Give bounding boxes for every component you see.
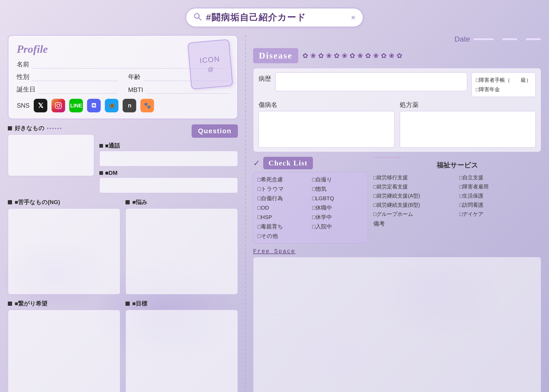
question-call-box[interactable] [99,151,238,166]
welfare-row-4: □就労継続支援(B型) □訪問看護 [373,201,541,209]
search-clear-button[interactable]: × [351,13,356,22]
sns-instagram-icon[interactable] [52,99,65,112]
favorites-header: 好きなもの [8,124,94,132]
question-call-item: ■通話 [99,142,238,166]
shobyo-section: 傷病名 [259,101,394,148]
date-month-box[interactable] [502,38,518,41]
w-d7 [390,157,392,158]
check-item-5: □自傷行為 [258,195,309,202]
sns-note-icon[interactable]: n [123,99,136,112]
sns-other-icon[interactable]: 🐾 [140,99,154,112]
shohousen-box[interactable] [400,111,536,148]
name-label: 名前 [17,60,29,68]
check-item-3: □トラウマ [258,185,309,193]
goal-marker [125,302,130,306]
search-value: #闘病垢自己紹介カード [206,11,347,24]
w-d10 [399,157,401,158]
check-item-7: □OD [258,204,309,211]
flower-6: ❀ [342,52,347,60]
checklist-section: ✓ Check List □希死念慮 □自撮り □トラウマ □惚気 □自傷行為 … [253,157,368,244]
sns-line-icon[interactable]: LINE [69,99,83,112]
date-row: Date . . [253,35,541,43]
connect-section: ■繋がり希望 [8,300,120,392]
flower-decoration: ✿ ❀ ✿ ❀ ✿ ❀ ✿ ❀ ✿ ❀ ✿ ❀ ✿ [302,52,402,60]
flower-9: ✿ [365,52,371,60]
welfare-item-5b: □デイケア [459,211,541,218]
question-dm-box[interactable] [99,177,238,193]
date-year-box[interactable] [473,38,494,41]
diamond-1 [47,127,49,129]
checklist-body: □希死念慮 □自撮り □トラウマ □惚気 □自傷行為 □LGBTQ □OD □休… [253,172,368,244]
bottom-grid: ■苦手なもの(NG) ■悩み ■繋がり希望 [8,198,238,392]
svg-point-3 [57,104,60,107]
byoreki-label: 病歴 [259,72,271,83]
icon-card-text: ICON [199,55,220,65]
w-d1 [373,157,375,158]
sns-discord-icon[interactable] [87,99,101,112]
question-dm-text: ■DM [105,170,118,176]
ng-section: ■苦手なもの(NG) [8,198,120,295]
byoreki-row: 病歴 □障害者手帳（ 級） □障害年金 [259,72,536,97]
worries-section: ■悩み [125,198,238,295]
favorites-marker [8,126,12,130]
left-column: Profile 名前 性別 [8,35,238,392]
check-icon: ✓ [253,158,260,168]
flower-3: ✿ [318,52,324,60]
sns-bluesky-icon[interactable]: 🦋 [105,99,118,112]
question-dm-item: ■DM [99,170,238,193]
w-d3 [379,157,381,158]
favorites-box[interactable] [8,134,94,176]
check-item-1: □希死念慮 [258,176,309,183]
question-call-text: ■通話 [105,142,120,150]
flower-7: ✿ [350,52,355,60]
disease-row2: 傷病名 処方薬 [259,101,536,148]
flower-11: ✿ [381,52,387,60]
sns-x-icon[interactable]: 𝕏 [34,99,47,112]
search-icon [193,13,202,23]
search-bar[interactable]: #闘病垢自己紹介カード × [186,8,363,27]
welfare-body: □就労移行支援 □自立支援 □就労定着支援 □障害者雇用 □就労継続支援(A型)… [373,174,541,244]
flower-2: ❀ [310,52,316,60]
svg-point-4 [60,103,60,104]
goal-box[interactable] [125,310,238,392]
free-space-box[interactable] [253,257,541,392]
connect-header: ■繋がり希望 [8,300,120,308]
column-divider [245,35,246,392]
w-d5 [385,157,386,158]
welfare-item-4b: □訪問看護 [459,201,541,209]
goal-label: ■目標 [132,300,147,308]
w-d9 [396,157,398,158]
worries-box[interactable] [125,208,238,295]
worries-marker [125,200,130,204]
w-d2 [376,157,378,158]
worries-header: ■悩み [125,198,238,206]
sns-label: SNS [17,102,30,109]
welfare-title: 福祉サービス [373,161,541,170]
gender-field-group: 性別 [17,73,118,81]
date-dot1: . [497,36,499,43]
diamond-4 [55,127,56,129]
flower-1: ✿ [302,52,308,60]
date-day-box[interactable] [525,38,541,41]
goal-header: ■目標 [125,300,238,308]
byoreki-input[interactable] [275,72,467,91]
welfare-section: 福祉サービス □就労移行支援 □自立支援 □就労定着支援 □障害者雇用 □就労継… [373,157,541,244]
birthday-label: 誕生日 [17,85,36,94]
ng-box[interactable] [8,208,120,295]
connect-box[interactable] [8,310,120,392]
w-d8 [393,157,395,158]
flower-10: ❀ [373,52,379,60]
gender-label: 性別 [17,73,29,81]
disability-line-1: □障害者手帳（ 級） [476,75,531,85]
flower-12: ❀ [389,52,394,60]
check-item-11: □毒親育ち [258,223,309,230]
diamond-2 [49,127,51,129]
shobyo-box[interactable] [259,111,394,148]
disease-title: Disease [253,48,298,63]
birthday-input[interactable] [39,86,118,94]
gender-input[interactable] [32,74,118,81]
diamond-6 [60,127,62,129]
flower-8: ❀ [357,52,363,60]
icon-card-at: @ [207,66,214,73]
welfare-top-divider [373,157,541,158]
